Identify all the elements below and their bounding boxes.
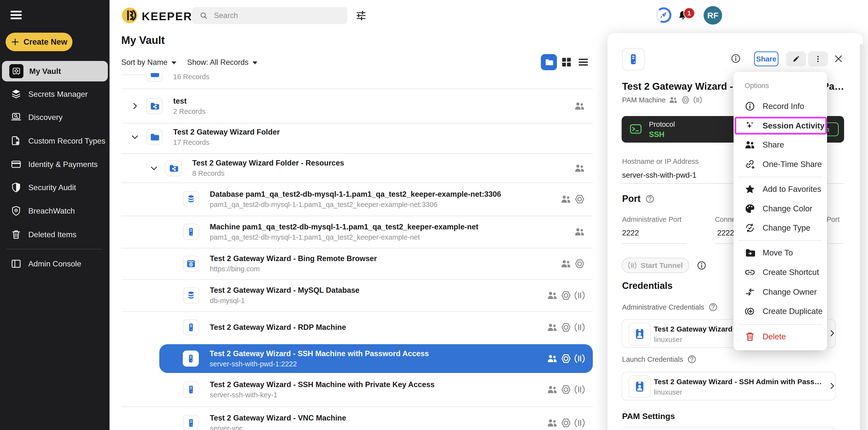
- record-count: 8 Records: [192, 169, 344, 177]
- menu-item-change-type[interactable]: Change Type: [734, 218, 827, 237]
- close-icon[interactable]: [833, 54, 844, 64]
- field-underline: [622, 243, 687, 244]
- folder-icon: [146, 129, 162, 145]
- launch-credential-card[interactable]: Test 2 Gateway Wizard - SSH Admin with P…: [622, 372, 836, 400]
- create-new-button[interactable]: Create New: [6, 33, 72, 51]
- help-icon[interactable]: [645, 194, 655, 204]
- search-box[interactable]: [192, 7, 347, 24]
- hostname-label: Hostname or IP Address: [622, 158, 699, 166]
- pam-settings-card-partial[interactable]: [622, 427, 836, 430]
- filter-tune-icon[interactable]: [355, 10, 367, 22]
- menu-item-session-activity[interactable]: Session Activity: [734, 116, 827, 135]
- menu-item-create-duplicate[interactable]: Create Duplicate: [734, 301, 827, 321]
- list-item-record-ssh-password-selected[interactable]: Test 2 Gateway Wizard - SSH Machine with…: [159, 344, 593, 373]
- tunnel-icon: [574, 384, 585, 395]
- hamburger-menu-icon[interactable]: [10, 11, 22, 20]
- record-title: test: [173, 97, 206, 105]
- sidebar-item-admin-console[interactable]: Admin Console: [0, 252, 110, 275]
- record-title: Test 2 Gateway Wizard - VNC Machine: [210, 414, 346, 423]
- chevron-right-icon[interactable]: [828, 329, 837, 338]
- record-title: Test 2 Gateway Wizard - SSH Machine with…: [210, 380, 434, 389]
- launch-credentials-label: Launch Credentials: [622, 355, 683, 363]
- onboarding-progress-ring[interactable]: [656, 7, 671, 23]
- list-item-record-mysql-database[interactable]: Test 2 Gateway Wizard - MySQL Database d…: [121, 279, 593, 311]
- menu-item-change-owner[interactable]: Change Owner: [734, 282, 827, 301]
- sidebar-item-deleted-items[interactable]: Deleted Items: [0, 223, 110, 246]
- sidebar-item-security-audit[interactable]: Security Audit: [0, 176, 110, 199]
- sidebar-item-discovery[interactable]: Discovery: [0, 106, 110, 129]
- file-gear-icon: [11, 136, 22, 146]
- menu-item-change-color[interactable]: Change Color: [734, 199, 827, 218]
- administrative-port-label: Administrative Port: [622, 216, 681, 224]
- menu-item-move-to[interactable]: Move To: [734, 243, 827, 262]
- help-icon[interactable]: [708, 302, 718, 312]
- sidebar-item-secrets-manager[interactable]: Secrets Manager: [0, 82, 110, 105]
- layers-icon: [11, 89, 22, 99]
- more-options-button[interactable]: [808, 52, 828, 66]
- trash-icon: [745, 331, 755, 342]
- list-item-record-machine[interactable]: Machine pam1_qa_test2-db-mysql-1-1.pam1_…: [121, 216, 593, 248]
- sidebar-item-breachwatch[interactable]: BreachWatch: [0, 199, 110, 222]
- record-title: Test 2 Gateway Wizard Folder: [173, 128, 280, 136]
- sidebar-divider: [6, 249, 103, 250]
- start-tunnel-label: Start Tunnel: [641, 261, 683, 270]
- help-icon[interactable]: [687, 355, 697, 364]
- menu-item-delete[interactable]: Delete: [734, 327, 827, 346]
- menu-item-add-to-favorites[interactable]: Add to Favorites: [734, 179, 827, 199]
- search-icon: [199, 11, 208, 20]
- start-tunnel-button[interactable]: Start Tunnel: [622, 258, 689, 273]
- sidebar-item-label: Security Audit: [28, 183, 76, 192]
- shared-users-icon: [561, 258, 571, 269]
- list-item-folder-gateway-wizard[interactable]: Test 2 Gateway Wizard Folder 17 Records: [121, 121, 593, 153]
- sidebar-item-label: Admin Console: [28, 259, 81, 268]
- pam-settings-heading: PAM Settings: [622, 411, 675, 421]
- menu-item-create-shortcut[interactable]: Create Shortcut: [734, 263, 827, 282]
- shared-users-icon: [547, 290, 558, 301]
- chevron-down-icon[interactable]: [150, 164, 158, 172]
- search-input[interactable]: [214, 11, 332, 20]
- rotation-icon: [574, 194, 585, 204]
- view-toggle-list-button[interactable]: [578, 57, 589, 68]
- sidebar-item-my-vault[interactable]: My Vault: [2, 61, 108, 81]
- record-subtitle: pam1_qa_test2-db-mysql-1-1.pam1_qa_test2…: [210, 201, 501, 209]
- record-title: Test 2 Gateway Wizard - RDP Machine: [210, 323, 346, 332]
- info-icon: [745, 101, 755, 112]
- sort-dropdown[interactable]: Sort by Name: [121, 58, 176, 67]
- list-item-folder-test[interactable]: test 2 Records: [121, 89, 593, 123]
- tunnel-icon: [574, 290, 585, 301]
- list-item-record-vnc-machine[interactable]: Test 2 Gateway Wizard - VNC Machine serv…: [121, 407, 593, 430]
- shared-folder-icon: [146, 98, 162, 114]
- menu-item-share[interactable]: Share: [734, 135, 827, 154]
- list-item-record-rdp-machine[interactable]: Test 2 Gateway Wizard - RDP Machine: [121, 311, 593, 343]
- show-filter-dropdown[interactable]: Show: All Records: [187, 58, 257, 67]
- chevron-down-icon: [172, 61, 176, 64]
- menu-item-record-info[interactable]: Record Info: [734, 97, 827, 116]
- menu-item-label: Create Shortcut: [763, 268, 819, 277]
- list-item-record-ssh-private-key[interactable]: Test 2 Gateway Wizard - SSH Machine with…: [121, 373, 593, 406]
- menu-item-one-time-share[interactable]: One-Time Share: [734, 155, 827, 174]
- list-item-record-bing-browser[interactable]: Test 2 Gateway Wizard - Bing Remote Brow…: [121, 248, 593, 279]
- avatar[interactable]: RF: [704, 6, 722, 25]
- menu-item-label: Change Owner: [763, 288, 817, 297]
- info-icon[interactable]: [731, 53, 741, 64]
- list-item-record-database[interactable]: Database pam1_qa_test2-db-mysql-1-1.pam1…: [121, 183, 593, 216]
- edit-button[interactable]: [786, 52, 806, 66]
- machine-icon: [183, 319, 199, 335]
- shared-users-icon: [561, 194, 571, 204]
- view-toggle-grid-button[interactable]: [560, 56, 572, 68]
- scrollbar[interactable]: [860, 44, 863, 430]
- chevron-down-icon[interactable]: [131, 133, 139, 141]
- chevron-right-icon[interactable]: [131, 102, 139, 110]
- shared-users-icon: [574, 227, 585, 237]
- tunnel-info-icon[interactable]: [696, 260, 707, 271]
- chevron-right-icon[interactable]: [828, 382, 837, 390]
- chevron-down-icon: [252, 61, 257, 64]
- hostname-value: server-ssh-with-pwd-1: [622, 171, 696, 180]
- vault-icon: [9, 64, 24, 78]
- list-item-folder-resources[interactable]: Test 2 Gateway Wizard Folder - Resources…: [121, 154, 593, 183]
- menu-item-label: Add to Favorites: [763, 185, 821, 194]
- sidebar-item-custom-record-types[interactable]: Custom Record Types: [0, 129, 110, 152]
- sidebar-item-identity-payments[interactable]: Identity & Payments: [0, 153, 110, 176]
- view-toggle-folders-button[interactable]: [541, 54, 557, 70]
- share-button[interactable]: Share: [754, 52, 778, 66]
